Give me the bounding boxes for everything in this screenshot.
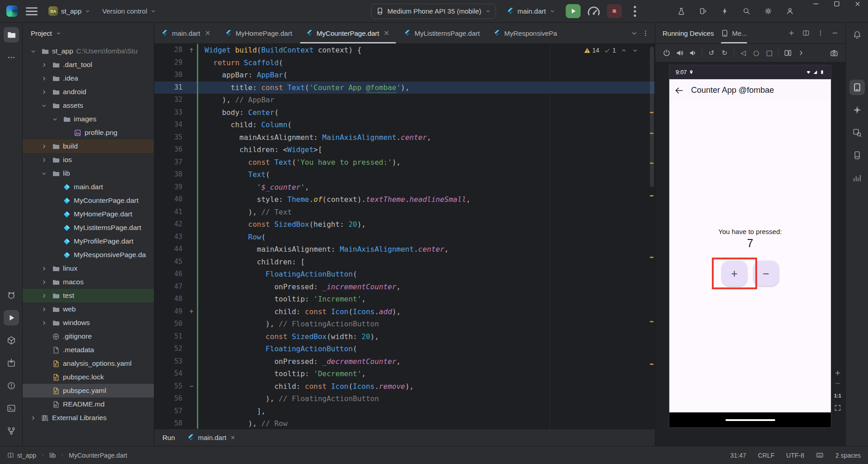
tree-item-myresponsivepage-da[interactable]: MyResponsivePage.da xyxy=(23,248,154,262)
editor-tab-mycounterpage-dart[interactable]: MyCounterPage.dart xyxy=(299,23,397,43)
tree-chevron-icon[interactable] xyxy=(39,306,49,313)
code-line-52[interactable]: 52 FloatingActionButton( xyxy=(154,343,655,355)
tree-chevron-icon[interactable] xyxy=(39,61,49,69)
code-line-56[interactable]: 56 ), // FloatingActionButton xyxy=(154,392,655,405)
overview-button[interactable]: □ xyxy=(765,49,773,57)
fold-button[interactable] xyxy=(784,49,792,57)
tree-item-myhomepage-dart[interactable]: MyHomePage.dart xyxy=(23,207,154,221)
code-line-49[interactable]: 49+ child: const Icon(Icons.add), xyxy=(154,306,655,318)
layout-inspector-button[interactable] xyxy=(849,125,865,140)
code-line-33[interactable]: 33 body: Center( xyxy=(154,106,655,119)
more-actions-icon[interactable] xyxy=(627,4,643,19)
profiler-icon[interactable] xyxy=(586,4,601,19)
window-layout-icon[interactable] xyxy=(7,452,14,459)
settings-icon[interactable] xyxy=(760,4,776,19)
tree-item-android[interactable]: android xyxy=(23,85,154,99)
zoom-out-button[interactable] xyxy=(834,380,841,387)
inspections-widget[interactable]: 14 1 xyxy=(580,45,642,55)
run-button[interactable] xyxy=(566,4,581,18)
code-line-46[interactable]: 46 FloatingActionButton( xyxy=(154,268,655,281)
device-explorer-button[interactable] xyxy=(849,148,865,163)
tree-chevron-icon[interactable] xyxy=(39,292,49,300)
scrollbar-thumb[interactable] xyxy=(650,47,654,187)
run-panel-title[interactable]: Run xyxy=(162,434,175,441)
tree-item-profile-png[interactable]: profile.png xyxy=(23,126,154,139)
code-line-39[interactable]: 39 '$_counter', xyxy=(154,181,655,194)
code-line-37[interactable]: 37 const Text('You have to pressed:'), xyxy=(154,156,655,169)
tree-chevron-icon[interactable] xyxy=(28,414,38,422)
beaker-icon[interactable] xyxy=(673,4,689,19)
back-arrow-icon[interactable] xyxy=(675,86,684,95)
tree-chevron-icon[interactable] xyxy=(39,143,49,150)
code-line-34[interactable]: 34 child: Column( xyxy=(154,119,655,131)
build-tool-button[interactable] xyxy=(4,333,19,348)
code-line-43[interactable]: 43 Row( xyxy=(154,231,655,244)
window-minimize-button[interactable] xyxy=(806,0,826,8)
decrement-fab[interactable]: − xyxy=(754,261,779,286)
search-icon[interactable] xyxy=(739,4,754,19)
version-control-widget[interactable]: Version control xyxy=(100,5,159,17)
run-tab[interactable]: main.dart xyxy=(187,434,236,441)
tree-chevron-icon[interactable] xyxy=(39,278,49,286)
indent-icon[interactable] xyxy=(816,451,824,459)
zoom-fit-button[interactable] xyxy=(834,404,841,411)
code-line-58[interactable]: 58 ), // Row xyxy=(154,417,655,429)
tree-chevron-icon[interactable] xyxy=(50,115,60,123)
tree-item-images[interactable]: images xyxy=(23,112,154,126)
problems-button[interactable] xyxy=(4,378,19,393)
file-encoding[interactable]: UTF-8 xyxy=(786,452,804,459)
close-icon[interactable] xyxy=(230,435,236,440)
caret-position[interactable]: 31:47 xyxy=(730,452,746,459)
tree-item-test[interactable]: test xyxy=(23,289,154,302)
power-button[interactable] xyxy=(663,49,671,57)
project-widget[interactable]: SA st_app xyxy=(46,5,93,18)
prev-issue-icon[interactable] xyxy=(620,47,627,54)
tree-item-metadata[interactable]: .metadata xyxy=(23,343,154,357)
tree-item-dart-tool[interactable]: .dart_tool xyxy=(23,58,154,72)
profile-icon[interactable] xyxy=(782,4,797,19)
tree-item-pubspec-lock[interactable]: pubspec.lock xyxy=(23,370,154,384)
code-editor[interactable]: 28Widget build(BuildContext context) {29… xyxy=(154,44,655,429)
terminal-button[interactable] xyxy=(4,401,19,416)
editor-tab-mylistitemspage-dart[interactable]: MyListitemsPage.dart xyxy=(397,23,486,43)
code-line-35[interactable]: 35 mainAxisAlignment: MainAxisAlignment.… xyxy=(154,131,655,144)
close-icon[interactable] xyxy=(204,29,211,37)
gutter-plus-icon[interactable]: + xyxy=(189,306,193,318)
device-selector[interactable]: Medium Phone API 35 (mobile) xyxy=(371,4,496,19)
code-line-48[interactable]: 48 tooltip: 'Increment', xyxy=(154,293,655,306)
code-line-57[interactable]: 57 ], xyxy=(154,405,655,418)
code-line-38[interactable]: 38 Text( xyxy=(154,168,655,181)
code-line-36[interactable]: 36 children: <Widget>[ xyxy=(154,144,655,156)
main-menu-icon[interactable] xyxy=(24,4,39,19)
code-line-29[interactable]: 29 return Scaffold( xyxy=(154,57,655,69)
code-line-55[interactable]: 55− child: const Icon(Icons.remove), xyxy=(154,380,655,393)
hide-panel-icon[interactable] xyxy=(829,27,841,39)
editor-tab-main-dart[interactable]: main.dart xyxy=(154,23,218,43)
tree-chevron-icon[interactable] xyxy=(28,48,38,55)
tree-chevron-icon[interactable] xyxy=(39,156,49,164)
project-tool-button[interactable] xyxy=(4,27,19,43)
screenshot-button[interactable] xyxy=(830,49,838,57)
code-line-51[interactable]: 51 const SizedBox(width: 20), xyxy=(154,330,655,343)
add-device-icon[interactable] xyxy=(786,27,797,39)
editor-scrollbar[interactable] xyxy=(649,44,655,429)
breadcrumb-item[interactable]: st_app xyxy=(17,452,36,459)
app-insights-button[interactable] xyxy=(849,170,865,186)
tree-item-ios[interactable]: ios xyxy=(23,153,154,167)
run-config-selector[interactable]: main.dart xyxy=(501,4,561,19)
tree-item-myprofilepage-dart[interactable]: MyProfilePage.dart xyxy=(23,234,154,248)
more-tools-button[interactable] xyxy=(4,50,19,65)
tree-item-pubspec-yaml[interactable]: pubspec.yaml xyxy=(23,384,154,397)
tree-item-mycounterpage-dart[interactable]: MyCounterPage.dart xyxy=(23,194,154,207)
warnings-count[interactable]: 14 xyxy=(584,47,600,54)
tree-item-idea[interactable]: .idea xyxy=(23,72,154,85)
tree-chevron-icon[interactable] xyxy=(39,170,49,177)
editor-tab-myhomepage-dart[interactable]: MyHomePage.dart xyxy=(218,23,299,43)
tree-item-readme-md[interactable]: README.md xyxy=(23,397,154,411)
tree-chevron-icon[interactable] xyxy=(39,88,49,96)
tree-chevron-icon[interactable] xyxy=(39,75,49,82)
gutter-minus-icon[interactable]: − xyxy=(189,380,193,393)
logcat-button[interactable] xyxy=(4,287,19,303)
tree-item-main-dart[interactable]: main.dart xyxy=(23,180,154,194)
tree-item-linux[interactable]: linux xyxy=(23,262,154,275)
